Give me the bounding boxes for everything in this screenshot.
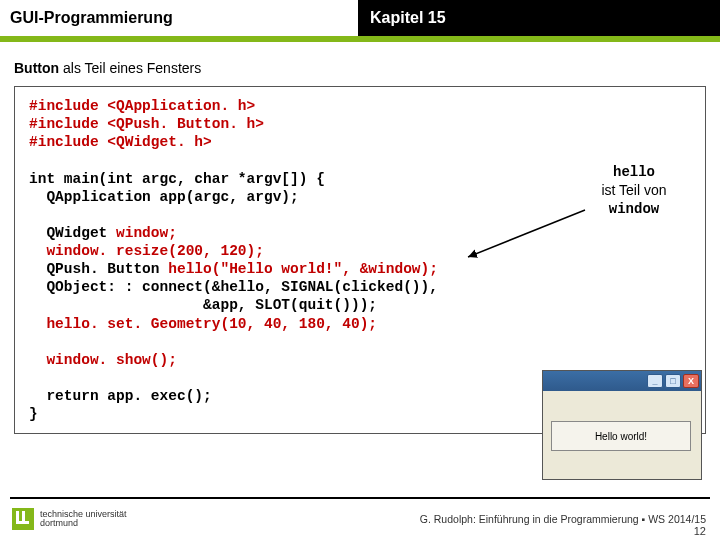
tu-logo: technische universitätdortmund [12, 508, 127, 530]
svg-line-0 [468, 210, 585, 257]
code-window-decl: QWidget window; [29, 224, 691, 242]
maximize-icon: □ [665, 374, 681, 388]
code-setgeometry: hello. set. Geometry(10, 40, 180, 40); [29, 315, 691, 333]
footer-credit: G. Rudolph: Einführung in die Programmie… [420, 513, 706, 525]
code-include-2: #include <QPush. Button. h> [29, 115, 691, 133]
window-mockup: _ □ X Hello world! [542, 370, 702, 480]
header-right-chapter: Kapitel 15 [358, 0, 720, 36]
tu-logo-text: technische universitätdortmund [40, 510, 127, 529]
slide-footer: technische universitätdortmund G. Rudolp… [0, 500, 720, 538]
annotation-hello: hello [613, 164, 655, 180]
accent-bar [0, 36, 720, 42]
code-window-resize: window. resize(200, 120); [29, 242, 691, 260]
annotation-window: window [609, 201, 659, 217]
subtitle-rest: als Teil eines Fensters [59, 60, 201, 76]
code-include-1: #include <QApplication. h> [29, 97, 691, 115]
annotation-box: hello ist Teil von window [574, 162, 694, 219]
mock-client-area: Hello world! [543, 391, 701, 481]
close-icon: X [683, 374, 699, 388]
annotation-text: ist Teil von [601, 182, 666, 198]
slide-header: GUI-Programmierung Kapitel 15 [0, 0, 720, 36]
header-left-title: GUI-Programmierung [0, 0, 358, 36]
minimize-icon: _ [647, 374, 663, 388]
code-window-show: window. show(); [29, 351, 691, 369]
code-connect-2: &app, SLOT(quit())); [29, 296, 691, 314]
code-button-decl: QPush. Button hello("Hello world!", &win… [29, 260, 691, 278]
subtitle-bold: Button [14, 60, 59, 76]
footer-divider [10, 497, 710, 499]
slide-subtitle: Button als Teil eines Fensters [14, 60, 720, 76]
arrow-icon [460, 205, 590, 265]
page-number: 12 [694, 525, 706, 537]
code-blank-3 [29, 333, 691, 351]
code-include-3: #include <QWidget. h> [29, 133, 691, 151]
mock-titlebar: _ □ X [543, 371, 701, 391]
tu-logo-mark [12, 508, 34, 530]
mock-hello-button: Hello world! [551, 421, 691, 451]
code-connect-1: QObject: : connect(&hello, SIGNAL(clicke… [29, 278, 691, 296]
